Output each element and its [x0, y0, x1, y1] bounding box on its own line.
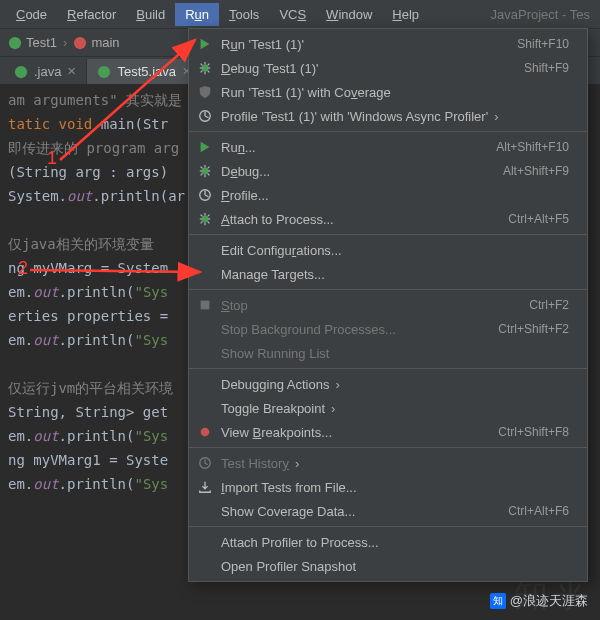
menu-item-label: View Breakpoints... — [221, 425, 498, 440]
menu-shortcut: Shift+F9 — [524, 61, 569, 75]
menu-item-attach-to-process[interactable]: Attach to Process...Ctrl+Alt+F5 — [189, 207, 587, 231]
menu-item-attach-profiler-to-process[interactable]: Attach Profiler to Process... — [189, 530, 587, 554]
menu-item-label: Manage Targets... — [221, 267, 569, 282]
menu-item-manage-targets[interactable]: Manage Targets... — [189, 262, 587, 286]
bug-icon — [195, 163, 215, 179]
menu-item-stop: StopCtrl+F2 — [189, 293, 587, 317]
menu-item-label: Debugging Actions — [221, 377, 569, 392]
shield-icon — [195, 84, 215, 100]
menu-item-label: Debug 'Test1 (1)' — [221, 61, 524, 76]
menubar: CodeRefactorBuildRunToolsVCSWindowHelpJa… — [0, 0, 600, 28]
menu-item-show-coverage-data[interactable]: Show Coverage Data...Ctrl+Alt+F6 — [189, 499, 587, 523]
menu-item-stop-background-processes: Stop Background Processes...Ctrl+Shift+F… — [189, 317, 587, 341]
menu-item-open-profiler-snapshot[interactable]: Open Profiler Snapshot — [189, 554, 587, 578]
zhihu-icon: 知 — [490, 593, 506, 609]
attach-icon — [195, 211, 215, 227]
menu-item-toggle-breakpoint[interactable]: Toggle Breakpoint — [189, 396, 587, 420]
menu-item-label: Show Running List — [221, 346, 569, 361]
menu-item-label: Stop — [221, 298, 529, 313]
menu-item-debugging-actions[interactable]: Debugging Actions — [189, 372, 587, 396]
menu-separator — [189, 131, 587, 132]
menu-item-label: Run 'Test1 (1)' with Coverage — [221, 85, 569, 100]
stop-icon — [195, 297, 215, 313]
menu-code[interactable]: Code — [6, 3, 57, 26]
menu-item-import-tests-from-file[interactable]: Import Tests from File... — [189, 475, 587, 499]
class-icon — [97, 65, 111, 79]
menu-shortcut: Ctrl+Shift+F2 — [498, 322, 569, 336]
menu-shortcut: Ctrl+Shift+F8 — [498, 425, 569, 439]
menu-item-run-test1-1-with-coverage[interactable]: Run 'Test1 (1)' with Coverage — [189, 80, 587, 104]
tab-label: Test5.java — [117, 64, 176, 79]
menu-separator — [189, 447, 587, 448]
class-icon — [8, 36, 22, 50]
crumb-class[interactable]: Test1 — [26, 35, 57, 50]
play-icon — [195, 139, 215, 155]
menu-item-label: Run 'Test1 (1)' — [221, 37, 517, 52]
menu-separator — [189, 368, 587, 369]
tab-label: .java — [34, 64, 61, 79]
menu-item-label: Edit Configurations... — [221, 243, 569, 258]
import-icon — [195, 479, 215, 495]
menu-item-show-running-list: Show Running List — [189, 341, 587, 365]
menu-shortcut: Alt+Shift+F10 — [496, 140, 569, 154]
menu-item-edit-configurations[interactable]: Edit Configurations... — [189, 238, 587, 262]
play-icon — [195, 36, 215, 52]
menu-item-test-history: Test History — [189, 451, 587, 475]
run-menu-dropdown: Run 'Test1 (1)'Shift+F10Debug 'Test1 (1)… — [188, 28, 588, 582]
annotation-2: 2 — [18, 258, 28, 279]
menu-item-view-breakpoints[interactable]: View Breakpoints...Ctrl+Shift+F8 — [189, 420, 587, 444]
chevron-right-icon: › — [61, 35, 69, 50]
menu-item-profile[interactable]: Profile... — [189, 183, 587, 207]
menu-item-label: Attach to Process... — [221, 212, 508, 227]
menu-item-label: Profile... — [221, 188, 569, 203]
annotation-1: 1 — [47, 148, 57, 169]
menu-separator — [189, 289, 587, 290]
menu-item-label: Run... — [221, 140, 496, 155]
menu-item-label: Toggle Breakpoint — [221, 401, 569, 416]
menu-shortcut: Ctrl+Alt+F6 — [508, 504, 569, 518]
class-icon — [14, 65, 28, 79]
menu-item-label: Profile 'Test1 (1)' with 'Windows Async … — [221, 109, 569, 124]
menu-separator — [189, 234, 587, 235]
menu-item-run-test1-1[interactable]: Run 'Test1 (1)'Shift+F10 — [189, 32, 587, 56]
menu-refactor[interactable]: Refactor — [57, 3, 126, 26]
menu-shortcut: Ctrl+Alt+F5 — [508, 212, 569, 226]
menu-item-label: Open Profiler Snapshot — [221, 559, 569, 574]
menu-item-label: Attach Profiler to Process... — [221, 535, 569, 550]
menu-window[interactable]: Window — [316, 3, 382, 26]
menu-help[interactable]: Help — [382, 3, 429, 26]
menu-item-label: Stop Background Processes... — [221, 322, 498, 337]
profile-icon — [195, 108, 215, 124]
menu-item-debug[interactable]: Debug...Alt+Shift+F9 — [189, 159, 587, 183]
menu-separator — [189, 526, 587, 527]
redcircle-icon — [195, 424, 215, 440]
window-title: JavaProject - Tes — [491, 7, 594, 22]
menu-tools[interactable]: Tools — [219, 3, 269, 26]
menu-item-run[interactable]: Run...Alt+Shift+F10 — [189, 135, 587, 159]
watermark-handle: 知 @浪迹天涯森 — [490, 592, 588, 610]
menu-item-debug-test1-1[interactable]: Debug 'Test1 (1)'Shift+F9 — [189, 56, 587, 80]
menu-item-label: Show Coverage Data... — [221, 504, 508, 519]
menu-item-label: Import Tests from File... — [221, 480, 569, 495]
menu-build[interactable]: Build — [126, 3, 175, 26]
menu-item-label: Test History — [221, 456, 569, 471]
menu-item-profile-test1-1-with-windows-async-profiler[interactable]: Profile 'Test1 (1)' with 'Windows Async … — [189, 104, 587, 128]
method-icon — [73, 36, 87, 50]
close-icon[interactable]: ✕ — [67, 65, 76, 78]
clock-icon — [195, 455, 215, 471]
menu-vcs[interactable]: VCS — [269, 3, 316, 26]
menu-shortcut: Shift+F10 — [517, 37, 569, 51]
bug-icon — [195, 60, 215, 76]
crumb-method[interactable]: main — [91, 35, 119, 50]
menu-shortcut: Ctrl+F2 — [529, 298, 569, 312]
tab-test5java[interactable]: Test5.java✕ — [87, 59, 202, 84]
menu-item-label: Debug... — [221, 164, 503, 179]
menu-shortcut: Alt+Shift+F9 — [503, 164, 569, 178]
tab-java[interactable]: .java✕ — [4, 59, 87, 84]
profile-icon — [195, 187, 215, 203]
menu-run[interactable]: Run — [175, 3, 219, 26]
